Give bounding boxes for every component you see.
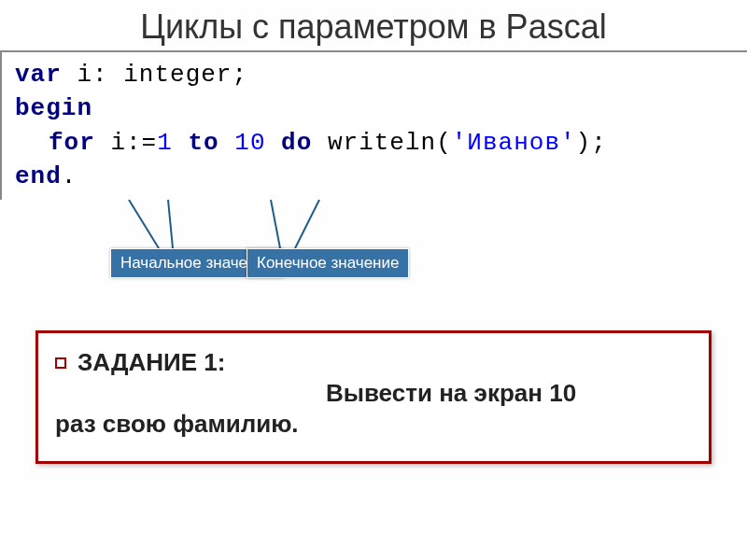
string-literal: 'Иванов': [452, 129, 576, 157]
task-box: ЗАДАНИЕ 1: Вывести на экран 10 раз свою …: [35, 330, 712, 464]
code-text: .: [62, 162, 78, 190]
task-label-line: ЗАДАНИЕ 1:: [55, 348, 692, 377]
svg-line-2: [271, 200, 280, 248]
bullet-icon: [55, 357, 66, 369]
code-text: i:=: [95, 129, 157, 157]
task-text: Вывести на экран 10: [326, 379, 576, 407]
number-end: 10: [234, 129, 265, 157]
svg-line-3: [295, 200, 319, 248]
number-start: 1: [157, 129, 173, 157]
task-label: ЗАДАНИЕ 1:: [78, 348, 225, 376]
task-text-line-2: раз свою фамилию.: [55, 410, 692, 439]
code-text: i: integer;: [62, 61, 247, 89]
page-title: Циклы с параметром в Pascal: [0, 0, 747, 50]
code-line-1: var i: integer;: [15, 58, 734, 91]
svg-line-0: [129, 200, 159, 248]
keyword-for: for: [49, 129, 95, 157]
code-text: writeln(: [312, 129, 451, 157]
keyword-to: to: [188, 129, 218, 157]
code-text: );: [576, 129, 607, 157]
task-text-line-1: Вывести на экран 10: [55, 379, 692, 408]
code-line-2: begin: [15, 91, 734, 125]
svg-line-1: [168, 200, 173, 248]
code-line-3: for i:=1 to 10 do writeln('Иванов');: [15, 126, 734, 160]
keyword-end: end: [15, 162, 62, 190]
keyword-var: var: [15, 61, 62, 89]
callouts-area: Начальное значение Конечное значение: [0, 200, 747, 312]
keyword-do: do: [281, 129, 312, 157]
code-line-4: end.: [15, 160, 734, 193]
callout-end-value: Конечное значение: [247, 248, 409, 278]
task-text: раз свою фамилию.: [55, 410, 299, 438]
keyword-begin: begin: [15, 94, 92, 122]
code-block: var i: integer; begin for i:=1 to 10 do …: [0, 50, 747, 200]
